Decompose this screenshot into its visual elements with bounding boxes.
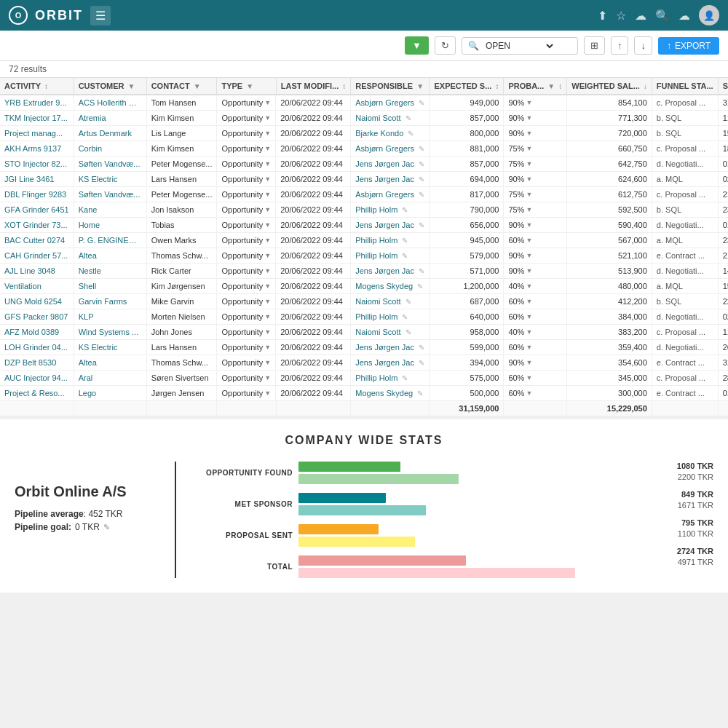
hamburger-menu-button[interactable]: ☰ xyxy=(90,6,111,25)
responsible-edit-icon[interactable]: ✎ xyxy=(419,191,424,199)
table-cell[interactable]: Project & Reso... xyxy=(0,386,74,401)
responsible-edit-icon[interactable]: ✎ xyxy=(402,237,408,245)
table-cell[interactable]: Søften Vandvæ... xyxy=(74,187,146,202)
table-cell[interactable]: Phillip Holm ✎ xyxy=(351,202,430,217)
table-cell[interactable]: Naiomi Scott ✎ xyxy=(351,111,430,125)
down-button[interactable]: ↓ xyxy=(634,36,652,55)
table-cell[interactable]: Asbjørn Gregers ✎ xyxy=(351,95,430,110)
table-cell[interactable]: Mogens Skydeg ✎ xyxy=(351,386,430,400)
avatar[interactable]: 👤 xyxy=(699,5,719,25)
table-cell[interactable]: Jens Jørgen Jac ✎ xyxy=(351,264,430,278)
table-cell[interactable]: AUC Injector 94... xyxy=(0,371,74,386)
table-cell[interactable]: Phillip Holm ✎ xyxy=(351,309,430,324)
responsible-edit-icon[interactable]: ✎ xyxy=(419,175,424,183)
responsible-edit-icon[interactable]: ✎ xyxy=(419,267,424,275)
cloud-icon[interactable]: ☁ xyxy=(635,9,646,23)
table-cell[interactable]: GFA Grinder 6451 xyxy=(0,202,74,218)
table-cell[interactable]: TKM Injector 17... xyxy=(0,111,74,126)
table-cell[interactable]: Jens Jørgen Jac ✎ xyxy=(351,157,430,171)
table-cell[interactable]: Aral xyxy=(74,371,146,386)
table-cell[interactable]: STO Injector 82... xyxy=(0,157,74,172)
table-cell[interactable]: Corbin xyxy=(74,141,146,157)
table-cell[interactable]: Jens Jørgen Jac ✎ xyxy=(351,355,430,370)
table-cell[interactable]: GFS Packer 9807 xyxy=(0,309,74,325)
table-cell[interactable]: Wind Systems ... xyxy=(74,325,146,340)
col-weighted-sales[interactable]: WEIGHTED SAL... ↓ xyxy=(567,78,652,95)
col-contact[interactable]: CONTACT ▼ xyxy=(146,78,217,95)
col-expected-sales[interactable]: EXPECTED S... ↕ xyxy=(430,78,504,95)
responsible-edit-icon[interactable]: ✎ xyxy=(419,99,424,107)
pipeline-goal-edit-icon[interactable]: ✎ xyxy=(103,523,110,532)
table-cell[interactable]: YRB Extruder 9... xyxy=(0,95,74,111)
table-cell[interactable]: DBL Flinger 9283 xyxy=(0,187,74,202)
col-sale-deadline[interactable]: SALE DEADLINE xyxy=(718,78,728,95)
table-cell[interactable]: Altea xyxy=(74,355,146,371)
col-type[interactable]: TYPE ▼ xyxy=(217,78,276,95)
table-cell[interactable]: Jens Jørgen Jac ✎ xyxy=(351,218,430,232)
table-cell[interactable]: P. G. ENGINEERI... xyxy=(74,233,146,248)
table-cell[interactable]: Søften Vandvæ... xyxy=(74,157,146,172)
table-cell[interactable]: Garvin Farms xyxy=(74,294,146,309)
col-last-modified[interactable]: LAST MODIFI... ↕ xyxy=(276,78,351,95)
table-cell[interactable]: Nestle xyxy=(74,264,146,279)
table-cell[interactable]: Phillip Holm ✎ xyxy=(351,233,430,248)
table-cell[interactable]: Altea xyxy=(74,248,146,264)
table-cell[interactable]: Artus Denmark xyxy=(74,126,146,141)
table-cell[interactable]: AFZ Mold 0389 xyxy=(0,325,74,340)
filter-button[interactable]: ▼ xyxy=(405,36,429,55)
up-button[interactable]: ↑ xyxy=(611,36,629,55)
table-cell[interactable]: Bjarke Kondo ✎ xyxy=(351,126,430,141)
table-cell[interactable]: XOT Grinder 73... xyxy=(0,218,74,233)
responsible-edit-icon[interactable]: ✎ xyxy=(417,389,423,397)
table-cell[interactable]: Project manag... xyxy=(0,126,74,141)
table-cell[interactable]: KLP xyxy=(74,309,146,325)
status-filter-select[interactable]: OPEN CLOSED ALL xyxy=(483,40,555,52)
table-cell[interactable]: Ventilation xyxy=(0,279,74,294)
table-cell[interactable]: Home xyxy=(74,218,146,233)
table-cell[interactable]: AJL Line 3048 xyxy=(0,264,74,279)
responsible-edit-icon[interactable]: ✎ xyxy=(402,206,408,214)
table-cell[interactable]: KS Electric xyxy=(74,172,146,187)
table-cell[interactable]: Jens Jørgen Jac ✎ xyxy=(351,340,430,355)
table-cell[interactable]: BAC Cutter 0274 xyxy=(0,233,74,248)
table-cell[interactable]: Asbjørn Gregers ✎ xyxy=(351,141,430,156)
search-icon[interactable]: 🔍 xyxy=(655,9,670,23)
col-funnel-stage[interactable]: FUNNEL STA... xyxy=(652,78,718,95)
responsible-edit-icon[interactable]: ✎ xyxy=(405,114,411,122)
responsible-edit-icon[interactable]: ✎ xyxy=(419,221,424,229)
star-icon[interactable]: ☆ xyxy=(616,9,626,23)
share-icon[interactable]: ⬆ xyxy=(598,9,607,23)
table-cell[interactable]: Lego xyxy=(74,386,146,401)
responsible-edit-icon[interactable]: ✎ xyxy=(419,344,424,352)
table-cell[interactable]: KS Electric xyxy=(74,340,146,355)
data-table-container[interactable]: ACTIVITY ↕ CUSTOMER ▼ CONTACT ▼ TYPE ▼ L… xyxy=(0,78,728,416)
col-activity[interactable]: ACTIVITY ↕ xyxy=(0,78,74,95)
table-cell[interactable]: CAH Grinder 57... xyxy=(0,248,74,264)
responsible-edit-icon[interactable]: ✎ xyxy=(419,145,424,153)
table-cell[interactable]: Atremia xyxy=(74,111,146,126)
table-cell[interactable]: Shell xyxy=(74,279,146,294)
table-cell[interactable]: Kane xyxy=(74,202,146,218)
responsible-edit-icon[interactable]: ✎ xyxy=(402,252,408,260)
responsible-edit-icon[interactable]: ✎ xyxy=(419,359,424,367)
table-cell[interactable]: Mogens Skydeg ✎ xyxy=(351,279,430,293)
view-toggle-button[interactable]: ⊞ xyxy=(584,36,605,55)
refresh-button[interactable]: ↻ xyxy=(435,36,456,55)
table-cell[interactable]: LOH Grinder 04... xyxy=(0,340,74,355)
responsible-edit-icon[interactable]: ✎ xyxy=(419,160,424,168)
responsible-edit-icon[interactable]: ✎ xyxy=(402,374,408,382)
responsible-edit-icon[interactable]: ✎ xyxy=(405,328,411,336)
table-cell[interactable]: Phillip Holm ✎ xyxy=(351,371,430,385)
responsible-edit-icon[interactable]: ✎ xyxy=(405,298,411,306)
table-cell[interactable]: ACS Hollerith M... xyxy=(74,95,146,111)
responsible-edit-icon[interactable]: ✎ xyxy=(417,282,423,290)
responsible-edit-icon[interactable]: ✎ xyxy=(402,313,408,321)
table-cell[interactable]: UNG Mold 6254 xyxy=(0,294,74,309)
col-customer[interactable]: CUSTOMER ▼ xyxy=(74,78,146,95)
table-cell[interactable]: AKH Arms 9137 xyxy=(0,141,74,157)
col-probability[interactable]: PROBA... ▼ ↕ xyxy=(504,78,567,95)
cloud2-icon[interactable]: ☁ xyxy=(678,9,690,23)
table-cell[interactable]: JGI Line 3461 xyxy=(0,172,74,187)
table-cell[interactable]: Phillip Holm ✎ xyxy=(351,248,430,263)
table-cell[interactable]: Jens Jørgen Jac ✎ xyxy=(351,172,430,186)
